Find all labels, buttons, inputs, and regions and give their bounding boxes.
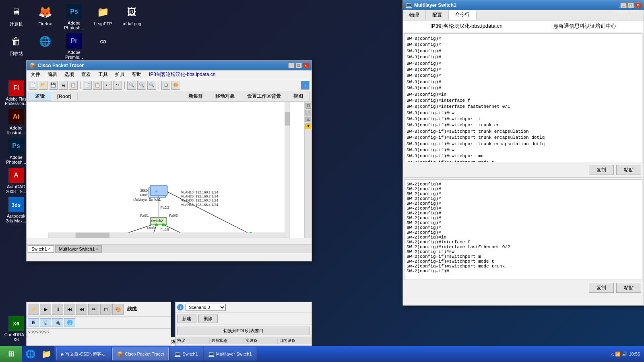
clock-display[interactable]: 10:56 [629, 352, 640, 356]
cpt-taskbar-icon: 📦 [117, 351, 123, 357]
terminal-header: IP3剑客论坛汉化-bbs.ipdata.cn 慧桥通信思科认证培训中心 [403, 21, 644, 32]
toolbar-copy[interactable]: 📑 [83, 81, 92, 90]
tool-btn3[interactable]: △ [305, 117, 311, 122]
toolbar-save[interactable]: 💾 [49, 81, 58, 90]
copy-button-bottom[interactable]: 复制 [589, 283, 614, 293]
nav-logic[interactable]: 逻辑 [29, 92, 51, 101]
toolbar-print[interactable]: 🖨 [59, 81, 68, 90]
paste-button-bottom[interactable]: 粘贴 [616, 283, 641, 293]
desktop-icon-afdaf[interactable]: 🖼 afdaf.png [120, 4, 144, 30]
desktop-icon-3ds[interactable]: 3ds Autodesk3ds Max... [4, 197, 28, 223]
nav-cluster[interactable]: 新集群 [182, 92, 209, 101]
toolbar-undo[interactable]: ↩ [103, 81, 112, 90]
desktop-icon-chrome[interactable]: 🌐 [33, 33, 57, 60]
desktop-icon-infinity[interactable]: ∞ [91, 33, 115, 60]
sim-transport-icons: ⚡ ▶ ⏸ ⏮ ⏭ ✏ ◻ 🎨 [28, 304, 124, 315]
menu-options[interactable]: 选项 [62, 71, 76, 78]
desktop-icon-coreldraw[interactable]: X6 CorelDRA...X6 [4, 316, 28, 342]
nav-move[interactable]: 移动对象 [209, 92, 241, 101]
tab-multilayer-switch1[interactable]: Multilayer Switch1 × [55, 245, 101, 253]
taskbar-item-switch1[interactable]: 💻 Switch1 [170, 348, 202, 360]
sim-btn-power[interactable]: ⚡ [28, 304, 39, 315]
toolbar-zoom2[interactable]: 🔍 [137, 81, 146, 90]
desktop-icon-ps2[interactable]: Ps AdobePhotosh... [4, 138, 28, 165]
paste-button-top[interactable]: 粘贴 [616, 165, 641, 175]
taskbar-item-csdn[interactable]: e 写文章-CSDN博客-... [56, 348, 111, 360]
sim-btn-sketch[interactable]: ✏ [88, 304, 99, 315]
desktop-icon-computer[interactable]: 🖥 计算机 [4, 4, 28, 30]
scenario-delete-button[interactable]: 删除 [198, 315, 218, 323]
taskbar-item-ms1[interactable]: 💻 Multilayer Switch1 [204, 348, 256, 360]
tab-ms1-close[interactable]: × [96, 247, 98, 251]
toolbar-zoom1[interactable]: 🔍 [127, 81, 136, 90]
terminal-icon: 💻 [405, 2, 412, 8]
copy-button-top[interactable]: 复制 [589, 165, 614, 175]
svg-rect-36[interactable] [285, 112, 290, 125]
svg-text:VLAN40: 192.168.4.1/24: VLAN40: 192.168.4.1/24 [181, 203, 219, 207]
menu-edit[interactable]: 编辑 [45, 71, 59, 78]
toolbar-layout[interactable]: ⊞ [161, 81, 170, 90]
svg-text:VLAN20: 192.168.2.1/24: VLAN20: 192.168.2.1/24 [181, 194, 219, 198]
desktop-icon-leapftp[interactable]: 📁 LeapFTP [91, 4, 115, 30]
toolbar-open[interactable]: 📂 [39, 81, 47, 90]
toolbar-palette[interactable]: 🎨 [171, 81, 180, 90]
sim-btn-fast[interactable]: ⏭ [76, 304, 87, 315]
scenario-select[interactable]: Scenario 0 [186, 304, 226, 311]
tab-wuli[interactable]: 物理 [403, 10, 426, 20]
desktop-icon-autocad[interactable]: A AutoCAD2008 - S... [4, 168, 28, 194]
menu-extend[interactable]: 扩展 [113, 71, 127, 78]
toolbar-zoom3[interactable]: 🔍 [147, 81, 156, 90]
scenario-new-button[interactable]: 新建 [177, 315, 196, 323]
menu-help[interactable]: 帮助 [130, 71, 144, 78]
start-button[interactable]: ⊞ [0, 346, 22, 362]
dev-icon4[interactable]: 🌐 [64, 318, 75, 327]
toolbar-redo[interactable]: ↪ [113, 81, 122, 90]
desktop-icon-photoshop[interactable]: Ps AdobePhotosh... [62, 4, 86, 30]
sim-btn-stop[interactable]: ⏸ [52, 304, 63, 315]
tab-minglinghang[interactable]: 命令行 [449, 10, 477, 20]
coreldraw-icon: X6 [8, 316, 24, 331]
sim-btn-eraser[interactable]: ◻ [100, 304, 111, 315]
desktop-icon-premiere[interactable]: Pr AdobePremie... [62, 33, 86, 60]
menu-forum[interactable]: IP3剑客论坛汉化-bbs.ipdata.cn [147, 71, 217, 78]
tool-btn2[interactable]: + [305, 110, 311, 115]
tool-btn1[interactable]: ◻ [305, 103, 311, 109]
terminal-body-top[interactable]: SW-3(config)# SW-3(config)# SW-3(config)… [404, 33, 642, 162]
tab-switch1-close[interactable]: × [48, 247, 51, 251]
dev-icon1[interactable]: 🖥 [28, 318, 39, 327]
taskbar-item-cpt[interactable]: 📦 Cisco Packet Tracer [112, 348, 169, 360]
tool-btn4[interactable]: ★ [305, 123, 311, 129]
nav-root[interactable]: [Root] [51, 93, 78, 100]
sim-btn-play[interactable]: ▶ [40, 304, 51, 315]
toolbar-new[interactable]: 📄 [29, 81, 37, 90]
taskbar-explorer-icon[interactable]: 📁 [38, 346, 54, 362]
toolbar-paste[interactable]: 📋 [93, 81, 102, 90]
sim-btn-color[interactable]: 🎨 [112, 304, 124, 315]
desktop-icon-illustrator[interactable]: Ai AdobeIllustrat... [4, 109, 28, 135]
system-tray: △ 📶 🔊 10:56 [611, 352, 640, 357]
tab-switch1[interactable]: Switch1 × [28, 245, 54, 253]
nav-bg[interactable]: 设置工作区背景 [241, 92, 287, 101]
desktop-icon-recycle[interactable]: 🗑 回收站 [4, 33, 28, 60]
menu-file[interactable]: 文件 [29, 71, 42, 78]
sim-btn-rewind[interactable]: ⏮ [64, 304, 75, 315]
svg-rect-38[interactable] [76, 232, 110, 238]
dev-icon2[interactable]: 📡 [40, 318, 51, 327]
desktop-icon-flash[interactable]: Fl Adobe FlasProfession... [4, 80, 28, 106]
toolbar-btn5[interactable]: 📋 [69, 81, 78, 90]
desktop-icon-firefox[interactable]: 🦊 Firefox [33, 4, 57, 30]
pdu-switch-button[interactable]: 切换到PDU列表窗口 [177, 327, 310, 335]
menu-view[interactable]: 查看 [79, 71, 93, 78]
maximize-button[interactable]: □ [295, 63, 302, 68]
tab-peizhi[interactable]: 配置 [426, 10, 449, 20]
minimize-button[interactable]: _ [288, 63, 295, 68]
close-button[interactable]: × [303, 63, 309, 68]
terminal-body-bottom[interactable]: SW-2(config)# SW-2(config)# SW-2(config)… [404, 179, 642, 280]
toolbar-info[interactable]: i [301, 81, 310, 90]
dev-icon3[interactable]: 🔌 [52, 318, 63, 327]
svg-text:❄: ❄ [155, 189, 158, 193]
nav-view[interactable]: 视图 [287, 92, 310, 101]
taskbar-chrome-icon[interactable]: 🌐 [22, 346, 38, 362]
menu-tools[interactable]: 工具 [96, 71, 110, 78]
col-source: 源设备 [244, 337, 278, 344]
